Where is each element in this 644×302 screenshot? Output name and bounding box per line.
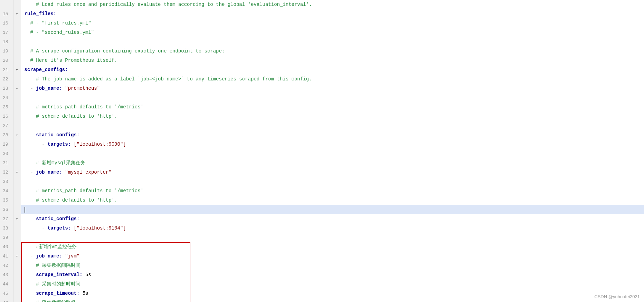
yaml-plain: 5s (83, 270, 91, 280)
yaml-comment: # The job name is added as a label `job=… (36, 75, 312, 84)
yaml-comment: # 采集时的超时时间 (36, 280, 80, 289)
code-line: - job_name: "jvm" (21, 252, 644, 261)
code-line: # The job name is added as a label `job=… (21, 75, 644, 84)
code-line: static_configs: (21, 214, 644, 224)
fold-collapse-icon[interactable]: ▾ (13, 84, 21, 93)
code-line: scrape_configs: (21, 65, 644, 75)
fold-collapse-icon[interactable]: ▾ (13, 168, 21, 177)
code-line: # metrics_path defaults to '/metrics' (21, 186, 644, 196)
watermark: CSDN @yuhuofei2021 (594, 294, 640, 299)
line-numbers: 1516171819202122232425262728293031323334… (0, 0, 13, 302)
code-line: rule_files: (21, 9, 644, 19)
code-line (21, 149, 644, 158)
code-line: #新增jvm监控任务 (21, 242, 644, 252)
yaml-plain: - (42, 224, 48, 233)
code-line: # Here it's Prometheus itself. (21, 56, 644, 65)
yaml-plain (62, 252, 65, 261)
yaml-plain (71, 224, 74, 233)
fold-gutter: ▾▾▾▾▾▾▾▾ (13, 0, 21, 302)
code-line: # metrics_path defaults to '/metrics' (21, 103, 644, 112)
yaml-comment: # scheme defaults to 'http'. (36, 196, 117, 205)
fold-collapse-icon[interactable]: ▾ (13, 65, 21, 75)
code-line: - targets: ["localhost:9090"] (21, 140, 644, 149)
yaml-comment: # 采集数据的路径 (36, 298, 76, 302)
yaml-string: ["localhost:9090"] (74, 140, 126, 149)
code-line: # - "second_rules.yml" (21, 28, 644, 37)
yaml-key: job_name: (36, 168, 62, 177)
yaml-string: "prometheus" (65, 84, 100, 93)
code-line (21, 205, 644, 214)
yaml-comment: # Here it's Prometheus itself. (30, 56, 117, 65)
code-line: - job_name: "mysql_exporter" (21, 168, 644, 177)
text-cursor (25, 207, 25, 213)
yaml-plain: - (42, 140, 48, 149)
code-area: 1516171819202122232425262728293031323334… (0, 0, 644, 302)
fold-collapse-icon[interactable]: ▾ (13, 214, 21, 224)
yaml-plain: - (30, 168, 36, 177)
yaml-key: scrape_timeout: (36, 289, 79, 298)
code-content: # Load rules once and periodically evalu… (21, 0, 644, 302)
yaml-key: targets: (48, 140, 71, 149)
yaml-key: scrape_configs: (25, 65, 68, 75)
comment-text: # Load rules once and periodically evalu… (25, 0, 312, 9)
yaml-string: "mysql_exporter" (65, 168, 111, 177)
code-line: # 采集数据间隔时间 (21, 261, 644, 270)
code-line: # - "first_rules.yml" (21, 19, 644, 28)
fold-collapse-icon[interactable]: ▾ (13, 130, 21, 140)
code-line: # scheme defaults to 'http'. (21, 196, 644, 205)
code-line: - targets: ["localhost:9104"] (21, 224, 644, 233)
code-editor: 1516171819202122232425262728293031323334… (0, 0, 644, 302)
yaml-string: ["localhost:9104"] (74, 224, 126, 233)
yaml-comment: # 采集数据间隔时间 (36, 261, 80, 270)
code-line (21, 233, 644, 242)
code-line (21, 37, 644, 47)
code-line: # A scrape configuration containing exac… (21, 47, 644, 56)
yaml-key: targets: (48, 224, 71, 233)
yaml-key: static_configs: (36, 214, 79, 224)
yaml-comment: #新增jvm监控任务 (36, 242, 77, 252)
yaml-plain: - (30, 252, 36, 261)
yaml-comment: # - "second_rules.yml" (30, 28, 94, 37)
code-line (21, 177, 644, 186)
fold-collapse-icon[interactable]: ▾ (13, 252, 21, 261)
yaml-comment: # scheme defaults to 'http'. (36, 112, 117, 121)
yaml-plain (62, 168, 65, 177)
yaml-string: "jvm" (65, 252, 79, 261)
yaml-comment: # metrics_path defaults to '/metrics' (36, 103, 143, 112)
yaml-plain: - (30, 84, 36, 93)
code-line: # 采集时的超时时间 (21, 280, 644, 289)
yaml-comment: # - "first_rules.yml" (30, 19, 91, 28)
yaml-plain (62, 84, 65, 93)
top-comment-line: # Load rules once and periodically evalu… (21, 0, 644, 9)
yaml-key: job_name: (36, 84, 62, 93)
yaml-key: job_name: (36, 252, 62, 261)
yaml-key: static_configs: (36, 130, 79, 140)
yaml-comment: # 新增mysql采集任务 (36, 158, 85, 168)
yaml-plain (71, 140, 74, 149)
code-line: static_configs: (21, 130, 644, 140)
code-line (21, 93, 644, 103)
code-line (21, 121, 644, 130)
yaml-comment: # metrics_path defaults to '/metrics' (36, 186, 143, 196)
code-line: # 新增mysql采集任务 (21, 158, 644, 168)
code-line: scrape_timeout: 5s (21, 289, 644, 298)
fold-collapse-icon[interactable]: ▾ (13, 9, 21, 19)
code-line: scrape_interval: 5s (21, 270, 644, 280)
code-line: # 采集数据的路径 (21, 298, 644, 302)
code-line: # scheme defaults to 'http'. (21, 112, 644, 121)
yaml-key: rule_files: (25, 9, 56, 19)
code-line: - job_name: "prometheus" (21, 84, 644, 93)
yaml-plain: 5s (79, 289, 88, 298)
yaml-comment: # A scrape configuration containing exac… (30, 47, 225, 56)
yaml-key: scrape_interval: (36, 270, 82, 280)
